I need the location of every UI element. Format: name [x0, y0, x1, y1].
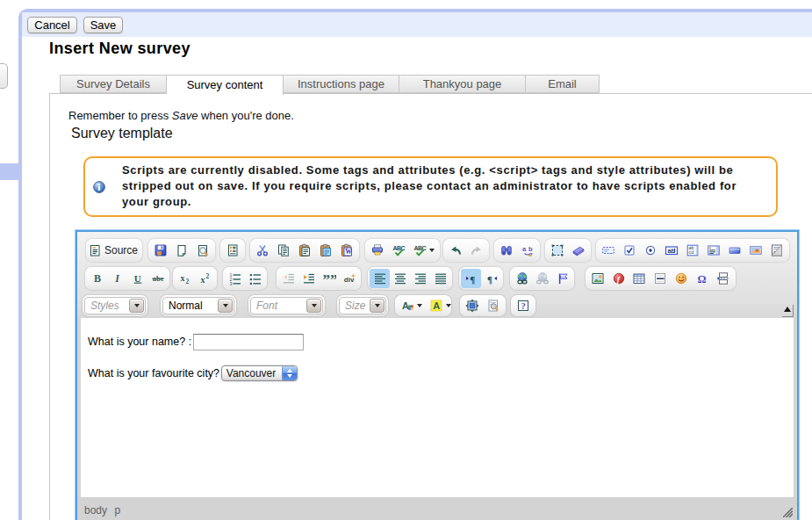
- format-combo-arrow-icon[interactable]: [218, 299, 233, 313]
- bulleted-list-button[interactable]: [245, 269, 265, 288]
- toolbar-group: [510, 267, 574, 290]
- newpage-button[interactable]: [171, 241, 192, 260]
- smiley-button[interactable]: [671, 269, 692, 288]
- radio-button[interactable]: [640, 241, 661, 260]
- svg-text:x: x: [200, 275, 205, 285]
- paste-word-button[interactable]: W: [336, 241, 357, 260]
- save-button[interactable]: [150, 241, 171, 260]
- toolbar-group: Font: [248, 295, 325, 316]
- indent-button[interactable]: [298, 269, 319, 288]
- italic-button[interactable]: I: [107, 269, 127, 288]
- bidi-ltr-button[interactable]: ¶: [461, 269, 481, 288]
- element-path-p[interactable]: p: [114, 504, 120, 516]
- tab-survey-content[interactable]: Survey content: [167, 75, 284, 95]
- select-field-button[interactable]: [703, 241, 724, 260]
- hidden-field-icon: cd: [770, 243, 784, 257]
- special-char-button[interactable]: Ω: [692, 269, 713, 288]
- underline-icon: U: [131, 271, 145, 285]
- size-combo-arrow-icon[interactable]: [370, 299, 384, 313]
- flash-button[interactable]: f: [608, 269, 629, 288]
- subscript-button[interactable]: x2: [175, 269, 195, 288]
- anchor-button[interactable]: [552, 269, 572, 288]
- underline-button[interactable]: U: [127, 269, 147, 288]
- tab-thankyou-page[interactable]: Thankyou page: [399, 75, 526, 93]
- justify-button[interactable]: [430, 269, 450, 288]
- create-div-button[interactable]: div: [339, 269, 359, 288]
- undo-button[interactable]: [445, 241, 466, 260]
- templates-button[interactable]: [222, 241, 243, 260]
- font-combo-arrow-icon[interactable]: [306, 299, 321, 313]
- cut-button[interactable]: [252, 241, 273, 260]
- font-combo[interactable]: Font: [250, 297, 323, 314]
- cancel-button[interactable]: Cancel: [27, 17, 77, 33]
- sidebar-edge-button[interactable]: [0, 63, 8, 89]
- copy-button[interactable]: [273, 241, 294, 260]
- styles-combo[interactable]: Styles: [84, 297, 146, 314]
- print-button[interactable]: [367, 241, 388, 260]
- replace-button[interactable]: ab: [517, 241, 538, 260]
- collapse-toolbar-button[interactable]: [782, 305, 794, 317]
- svg-text:¶: ¶: [487, 274, 492, 285]
- textarea-button[interactable]: abcd: [682, 241, 703, 260]
- table-button[interactable]: [629, 269, 650, 288]
- source-button[interactable]: Source: [86, 239, 142, 262]
- hidden-field-button[interactable]: cd: [766, 241, 787, 260]
- numbered-list-button[interactable]: 123: [225, 269, 245, 288]
- svg-text:I: I: [114, 272, 120, 285]
- outdent-button[interactable]: [278, 269, 298, 288]
- paste-text-button[interactable]: [315, 241, 336, 260]
- align-center-button[interactable]: [390, 269, 410, 288]
- text-field-button[interactable]: ab: [661, 241, 682, 260]
- checkbox-button[interactable]: [619, 241, 640, 260]
- spellcheck-button[interactable]: ABC: [388, 241, 409, 260]
- show-blocks-icon: [486, 299, 500, 313]
- city-select[interactable]: Vancouver: [221, 365, 298, 381]
- save-button[interactable]: Save: [83, 17, 123, 33]
- dropdown-arrow-icon: [429, 249, 435, 252]
- scayt-button[interactable]: ABC: [409, 241, 438, 260]
- about-button[interactable]: ?: [513, 297, 534, 314]
- remove-format-button[interactable]: [568, 241, 589, 260]
- editor-content-area[interactable]: What is your name? : What is your favour…: [81, 318, 794, 497]
- image-button-icon: [749, 243, 763, 257]
- button-button[interactable]: [724, 241, 745, 260]
- blockquote-button[interactable]: ””: [319, 269, 339, 288]
- size-combo[interactable]: Size: [339, 297, 386, 314]
- paste-button[interactable]: [294, 241, 315, 260]
- show-blocks-button[interactable]: [483, 297, 504, 314]
- tab-email[interactable]: Email: [526, 75, 600, 93]
- superscript-button[interactable]: x2: [195, 269, 215, 288]
- tab-survey-details[interactable]: Survey Details: [60, 75, 167, 93]
- page-break-button[interactable]: [713, 269, 734, 288]
- element-path-body[interactable]: body: [84, 504, 107, 516]
- warning-text-line: stripped out on save. If you require scr…: [122, 178, 737, 194]
- horizontal-rule-button[interactable]: [650, 269, 671, 288]
- link-button[interactable]: [512, 269, 532, 288]
- image-button-button[interactable]: [745, 241, 766, 260]
- select-all-button[interactable]: [547, 241, 568, 260]
- format-combo[interactable]: Normal: [162, 297, 234, 314]
- maximize-button[interactable]: [462, 297, 483, 314]
- resize-grip-icon[interactable]: [783, 508, 793, 517]
- bold-button[interactable]: B: [87, 269, 107, 288]
- paste-word-icon: W: [340, 243, 354, 257]
- bg-color-button[interactable]: A: [426, 297, 455, 314]
- paste-icon: [298, 243, 312, 257]
- align-right-button[interactable]: [410, 269, 430, 288]
- align-left-button[interactable]: [370, 269, 390, 288]
- reminder-prefix: Remember to press: [68, 109, 172, 122]
- find-button[interactable]: [496, 241, 517, 260]
- preview-button[interactable]: [192, 241, 213, 260]
- strike-button[interactable]: abe: [147, 269, 168, 288]
- form-button[interactable]: [598, 241, 619, 260]
- sidebar-selected-item[interactable]: [0, 163, 18, 180]
- tab-instructions-page[interactable]: Instructions page: [284, 75, 399, 93]
- bidi-rtl-button[interactable]: ¶: [481, 269, 501, 288]
- unlink-button[interactable]: [532, 269, 552, 288]
- image-button[interactable]: [587, 269, 608, 288]
- survey-template-label: Survey template: [71, 126, 173, 141]
- redo-button[interactable]: [466, 241, 487, 260]
- text-color-button[interactable]: A: [397, 297, 426, 314]
- styles-combo-arrow-icon[interactable]: [129, 299, 144, 313]
- name-text-input[interactable]: [193, 334, 304, 350]
